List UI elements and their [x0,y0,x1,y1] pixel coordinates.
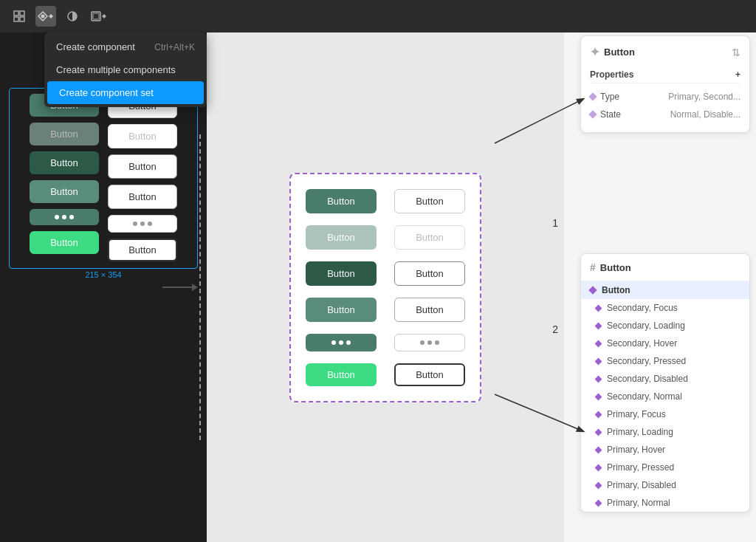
fdot3 [346,340,351,345]
parent-component-item[interactable]: Button [581,281,749,299]
toolbar [0,0,756,32]
secondary-col: Button Button Button Button Button [108,94,177,261]
hash-icon: # [590,261,596,273]
dot3 [69,215,74,219]
dashed-line [199,134,201,440]
frame-row-hover: Button Button [306,298,465,322]
context-menu: Create component Ctrl+Alt+K Create multi… [44,32,207,107]
comp-diamond-4 [595,375,602,383]
frame-primary-hover[interactable]: Button [306,298,377,322]
type-diamond-icon [588,92,597,100]
props-title-row: ✦ Button ⇅ [590,45,740,59]
comp-diamond-9 [595,464,602,471]
label-2: 2 [552,323,558,335]
frame-row-focus: Button Button [306,363,465,386]
dot6 [148,222,152,226]
frame-row-pressed: Button Button [306,261,465,286]
create-component-item[interactable]: Create component Ctrl+Alt+K [44,35,207,58]
dot1 [55,215,59,219]
primary-pressed-btn[interactable]: Button [30,151,99,174]
primary-hover-btn[interactable]: Button [30,180,99,203]
comp-diamond-0 [595,304,602,312]
comp-item-0[interactable]: Secondary, Focus [581,299,749,317]
size-label: 215 × 354 [85,270,121,279]
comp-item-5[interactable]: Secondary, Normal [581,388,749,405]
dot5 [140,222,145,226]
component-frame: Button Button Button Button Button Butto… [289,173,481,402]
comp-diamond-3 [595,357,602,365]
dot4 [133,222,137,226]
secondary-hover-btn[interactable]: Button [108,185,177,209]
svg-point-4 [41,15,45,18]
frame-row-disabled: Button Button [306,225,465,250]
svg-rect-1 [20,11,24,16]
frame-secondary-disabled: Button [394,225,465,250]
create-multiple-item[interactable]: Create multiple components [44,58,207,81]
comp-diamond-2 [595,340,602,347]
svg-rect-0 [14,11,18,16]
frame-primary-normal[interactable]: Button [306,189,377,213]
frame-secondary-loading[interactable] [394,334,465,351]
comp-item-7[interactable]: Primary, Loading [581,423,749,441]
svg-rect-3 [20,17,24,21]
frame-primary-loading[interactable] [306,334,377,351]
primary-focus-btn[interactable]: Button [30,231,99,254]
comp-item-2[interactable]: Secondary, Hover [581,335,749,352]
layers-icon[interactable] [89,6,109,27]
comp-item-4[interactable]: Secondary, Disabled [581,370,749,388]
type-label: Type [590,92,619,102]
frame-secondary-pressed[interactable]: Button [394,261,465,286]
component-icon[interactable] [35,6,56,27]
settings-icon[interactable]: ⇅ [732,47,740,58]
frame-primary-pressed[interactable]: Button [306,261,377,286]
add-property-btn[interactable]: + [735,69,740,80]
comp-item-1[interactable]: Secondary, Loading [581,317,749,335]
dot2 [62,215,66,219]
comp-diamond-6 [595,411,602,418]
comp-item-8[interactable]: Primary, Hover [581,441,749,459]
state-label: State [590,109,621,120]
comp-item-6[interactable]: Primary, Focus [581,405,749,423]
props-row-header: Properties + [590,66,740,83]
frame-primary-disabled: Button [306,225,377,250]
secondary-focus-btn[interactable]: Button [108,239,177,261]
move-icon: ✦ [590,45,599,59]
component-list-panel: # Button Button Secondary, Focus Seconda… [580,253,750,512]
fdot5 [427,340,432,345]
label-1: 1 [552,217,558,229]
type-property-row: Type Primary, Second... [590,88,740,106]
fdot6 [435,340,439,345]
right-panel: ✦ Button ⇅ Properties + Type Primary, Se… [564,32,756,542]
primary-col: Button Button Button Button Button [30,94,99,261]
arrow-to-middle [162,284,198,291]
fdot2 [339,340,343,345]
secondary-disabled-btn: Button [108,124,177,148]
svg-rect-2 [14,17,18,21]
create-component-set-item[interactable]: Create component set [47,81,204,104]
type-value: Primary, Second... [668,92,740,102]
frame-secondary-focus[interactable]: Button [394,363,465,386]
middle-panel: Button Button Button Button Button Butto… [207,32,564,542]
comp-diamond-1 [595,322,602,329]
comp-diamond-7 [595,428,602,436]
comp-diamond-8 [595,446,602,453]
comp-item-9[interactable]: Primary, Pressed [581,459,749,476]
frame-primary-focus[interactable]: Button [306,363,377,386]
comp-item-11[interactable]: Primary, Normal [581,494,749,512]
secondary-loading-btn[interactable] [108,215,177,233]
comp-list-header: # Button [581,254,749,281]
grid-icon[interactable] [9,6,30,27]
props-title: ✦ Button [590,45,635,59]
comp-diamond-11 [595,499,602,507]
secondary-pressed-btn[interactable]: Button [108,154,177,179]
parent-diamond-icon [588,286,597,294]
comp-item-10[interactable]: Primary, Disabled [581,476,749,494]
frame-secondary-hover[interactable]: Button [394,298,465,322]
comp-item-3[interactable]: Secondary, Pressed [581,352,749,370]
comp-diamond-5 [595,393,602,400]
fdot4 [420,340,425,345]
frame-row-loading [306,334,465,351]
frame-secondary-normal[interactable]: Button [394,189,465,213]
primary-loading-btn[interactable] [30,209,99,225]
contrast-icon[interactable] [62,6,83,27]
